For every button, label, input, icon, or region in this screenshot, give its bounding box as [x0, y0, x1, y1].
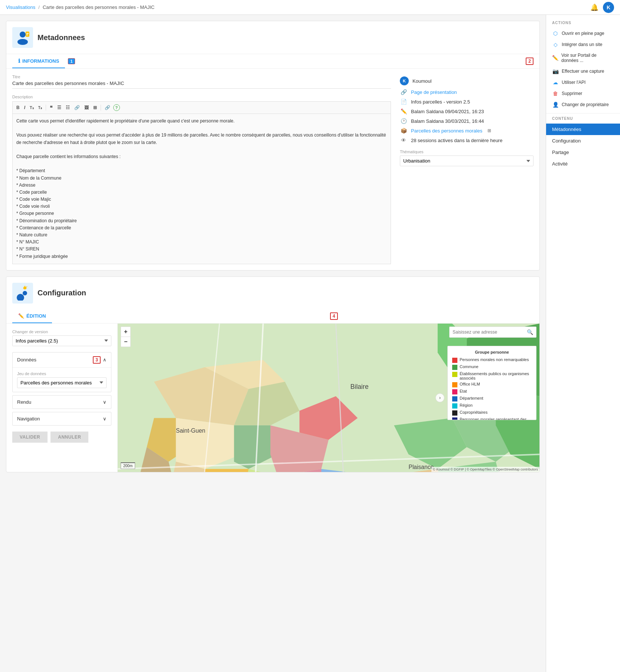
action-portal-label: Voir sur Portail de données ... — [561, 53, 614, 63]
configuration-body: Changer de version Infos parcelles (2.5)… — [6, 324, 539, 472]
metadata-card-header: Metadonnees — [6, 21, 539, 54]
info-row-presentation: 🔗 Page de présentation — [400, 87, 533, 97]
toolbar-emoji-btn[interactable]: 🔗 — [103, 104, 112, 111]
legend-item-7: Copropriétaires — [452, 410, 532, 416]
annuler-button[interactable]: ANNULER — [50, 432, 88, 443]
toolbar-table-btn[interactable]: ⊞ — [92, 104, 98, 111]
toolbar-sep-1 — [46, 105, 46, 111]
action-buttons: VALIDER ANNULER — [12, 432, 111, 443]
map-zoom-in-btn[interactable]: + — [121, 327, 130, 337]
badge-2: 2 — [526, 58, 533, 65]
action-api[interactable]: ☁ Utiliser l'API — [546, 77, 620, 88]
breadcrumb-visualisations-link[interactable]: Visualisations — [6, 4, 35, 10]
legend-label-5: Département — [460, 396, 483, 400]
toolbar-list-ordered-btn[interactable]: ☷ — [64, 104, 71, 111]
action-open-fullpage[interactable]: ⬡ Ouvrir en pleine page — [546, 28, 620, 39]
dataset-select[interactable]: Parcelles des personnes morales — [17, 377, 107, 388]
toolbar-sep-2 — [101, 105, 101, 111]
user-avatar[interactable]: K — [603, 2, 614, 13]
map-scale-label: 200m — [123, 464, 133, 468]
version-select[interactable]: Infos parcelles (2.5) — [12, 335, 111, 346]
donnees-header[interactable]: Données 3 ∧ — [13, 353, 111, 367]
legend-item-2: Établissements publics ou organismes ass… — [452, 371, 532, 380]
clock-icon: 🕐 — [400, 118, 407, 124]
map-legend: Groupe personne Personnes morales non re… — [447, 346, 536, 420]
legend-color-7 — [452, 410, 457, 416]
toolbar-quote-btn[interactable]: ❝ — [48, 104, 54, 111]
map-search-input[interactable] — [450, 327, 524, 337]
map-search-button[interactable]: 🔍 — [524, 327, 536, 337]
tab-badge-1: 1 — [68, 58, 75, 64]
badge-4: 4 — [330, 312, 338, 320]
rendu-header[interactable]: Rendu ∨ — [13, 396, 111, 409]
legend-label-2: Établissements publics ou organismes ass… — [460, 371, 532, 380]
sidebar-nav-partage[interactable]: Partage — [546, 147, 620, 158]
valider-button[interactable]: VALIDER — [12, 432, 48, 443]
thematiques-section: Thématiques Urbanisation — [400, 150, 533, 166]
map-nav-arrow[interactable]: › — [435, 393, 444, 402]
sidebar-nav-activite[interactable]: Activité — [546, 158, 620, 170]
action-capture[interactable]: 📷 Effectuer une capture — [546, 66, 620, 77]
delete-icon: 🗑 — [552, 91, 559, 96]
config-map-panel: 4 — [118, 324, 539, 472]
svg-text:Bilaire: Bilaire — [350, 383, 369, 390]
toolbar-help-btn[interactable]: ? — [113, 104, 120, 111]
tab-informations[interactable]: ℹ INFORMATIONS — [12, 54, 65, 68]
legend-label-1: Commune — [460, 364, 479, 369]
description-editor[interactable]: Cette carte vous permet d'identifier rap… — [12, 114, 391, 264]
info-row-modified: 🕐 Balam Saldana 30/03/2021, 16:44 — [400, 116, 533, 126]
created-text: Balam Saldana 09/04/2021, 16:23 — [411, 109, 484, 114]
info-row-dataset: 📦 Parcelles des personnes morales ⊞ — [400, 126, 533, 135]
owner-icon: 👤 — [552, 102, 559, 108]
dataset-link[interactable]: Parcelles des personnes morales — [411, 128, 482, 134]
map-zoom-out-btn[interactable]: − — [121, 337, 130, 347]
eye-icon: 👁 — [400, 137, 407, 143]
action-embed[interactable]: ◇ Intégrer dans un site — [546, 39, 620, 50]
breadcrumb-current-page: Carte des parcelles des personnes morale… — [43, 4, 154, 10]
toolbar-t3-btn[interactable]: T₃ — [37, 105, 43, 111]
toolbar-image-btn[interactable]: 🖼 — [83, 104, 90, 111]
action-change-owner[interactable]: 👤 Changer de propriétaire — [546, 99, 620, 110]
legend-item-8: Personnes morales représentant des — [452, 417, 532, 420]
legend-label-0: Personnes morales non remarquables — [460, 357, 529, 362]
metadata-left-panel: Titre Carte des parcelles des personnes … — [12, 75, 391, 264]
link-icon: 🔗 — [400, 89, 407, 95]
sidebar-nav-configuration[interactable]: Configuration — [546, 135, 620, 147]
action-portal[interactable]: ✏️ Voir sur Portail de données ... — [546, 50, 620, 66]
toolbar-italic-btn[interactable]: I — [23, 104, 27, 111]
embed-icon: ◇ — [552, 42, 559, 47]
notification-bell-icon[interactable]: 🔔 — [590, 3, 598, 12]
toolbar-t2-btn[interactable]: T₂ — [28, 105, 35, 111]
map-scale: 200m — [121, 462, 135, 469]
legend-label-4: Etat — [460, 389, 467, 393]
topbar-right: 🔔 K — [590, 2, 614, 13]
right-sidebar: ACTIONS ⬡ Ouvrir en pleine page ◇ Intégr… — [546, 15, 620, 672]
table-icon: ⊞ — [487, 128, 491, 133]
action-delete[interactable]: 🗑 Supprimer — [546, 88, 620, 99]
navigation-header[interactable]: Navigation ∨ — [13, 412, 111, 425]
thematiques-select[interactable]: Urbanisation — [400, 155, 533, 166]
legend-color-4 — [452, 389, 457, 394]
version-text: Infos parcelles - version 2.5 — [411, 99, 470, 105]
map-container[interactable]: Bilaire Saint-Guen Plaisance Brizeux Ker… — [118, 324, 539, 472]
metadata-right-panel: K Koumoul 🔗 Page de présentation 📄 Infos… — [400, 75, 533, 264]
owner-name: Koumoul — [412, 78, 431, 84]
metadata-tabs: ℹ INFORMATIONS 1 2 — [6, 54, 539, 69]
sidebar-nav-metadonnees[interactable]: Métadonnées — [546, 124, 620, 135]
editor-toolbar: B I T₂ T₃ ❝ ☰ ☷ 🔗 🖼 ⊞ 🔗 ? — [12, 101, 391, 114]
legend-color-6 — [452, 403, 457, 409]
map-search-bar: 🔍 — [449, 327, 536, 338]
action-change-owner-label: Changer de propriétaire — [562, 102, 609, 107]
presentation-link[interactable]: Page de présentation — [411, 89, 457, 95]
toolbar-list-bullet-btn[interactable]: ☰ — [56, 104, 63, 111]
toolbar-link-btn[interactable]: 🔗 — [73, 104, 81, 111]
sidebar-divider-1 — [546, 113, 620, 114]
document-icon: 📄 — [400, 99, 407, 105]
description-label: Description — [12, 95, 391, 99]
toolbar-bold-btn[interactable]: B — [15, 104, 21, 111]
navigation-collapse-icon: ∨ — [103, 416, 107, 422]
tab-edition[interactable]: ✏️ ÉDITION — [12, 309, 52, 323]
action-open-fullpage-label: Ouvrir en pleine page — [562, 31, 604, 36]
legend-color-0 — [452, 358, 457, 363]
legend-label-3: Office HLM — [460, 382, 480, 386]
